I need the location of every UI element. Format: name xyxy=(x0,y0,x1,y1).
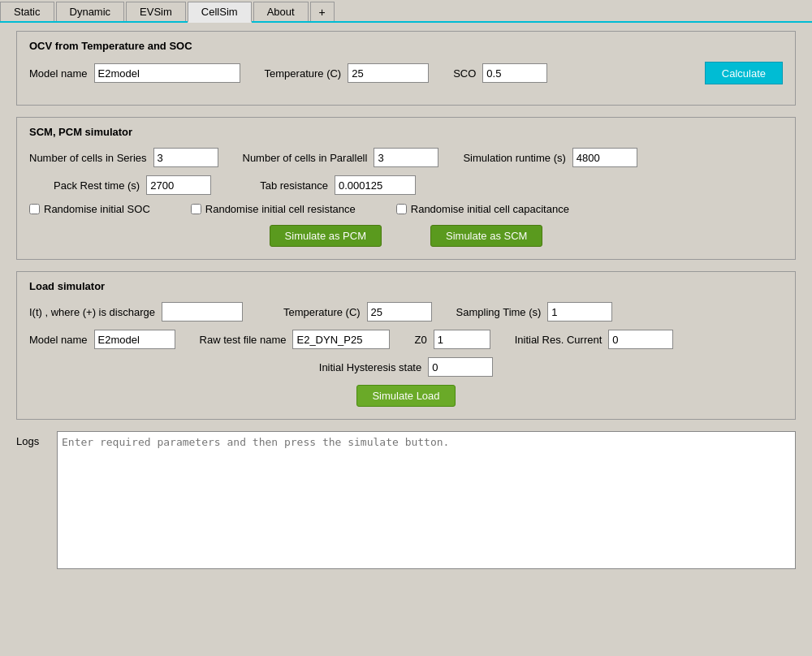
simulate-scm-button[interactable]: Simulate as SCM xyxy=(430,225,542,247)
scm-row2: Pack Rest time (s) Tab resistance xyxy=(29,175,783,195)
model-name-label: Model name xyxy=(29,67,88,80)
simulate-row: Simulate as PCM Simulate as SCM xyxy=(29,225,783,247)
load-model-label: Model name xyxy=(29,334,88,346)
initial-res-label: Initial Res. Current xyxy=(515,334,603,346)
current-input[interactable] xyxy=(162,302,243,322)
runtime-label: Simulation runtime (s) xyxy=(463,152,565,164)
sco-input[interactable] xyxy=(482,63,547,83)
raw-file-input[interactable] xyxy=(292,330,390,349)
initial-res-input[interactable] xyxy=(608,330,673,349)
randomise-capacitance-checkbox[interactable] xyxy=(396,204,407,214)
tab-resistance-input[interactable] xyxy=(335,175,416,195)
hysteresis-label: Initial Hysteresis state xyxy=(319,361,421,373)
rest-time-label: Pack Rest time (s) xyxy=(54,179,140,192)
model-name-input[interactable] xyxy=(94,63,240,83)
load-row3: Initial Hysteresis state xyxy=(29,357,783,377)
ocv-title: OCV from Temperature and SOC xyxy=(29,40,783,52)
main-content: OCV from Temperature and SOC Model name … xyxy=(0,23,812,656)
tab-evsim[interactable]: EVSim xyxy=(126,2,186,21)
logs-textarea[interactable] xyxy=(57,431,796,569)
ocv-form-row: Model name Temperature (C) SCO Calculate xyxy=(29,62,783,84)
tab-dynamic[interactable]: Dynamic xyxy=(56,2,125,21)
cells-parallel-input[interactable] xyxy=(374,148,438,167)
sampling-input[interactable] xyxy=(547,302,612,322)
runtime-input[interactable] xyxy=(572,148,637,167)
temperature-label: Temperature (C) xyxy=(265,67,342,80)
randomise-soc-checkbox[interactable] xyxy=(29,204,40,214)
randomise-soc-item: Randomise initial SOC xyxy=(29,203,150,215)
load-section: Load simulator I(t) , where (+) is disch… xyxy=(16,271,796,420)
randomise-resistance-label: Randomise initial cell resistance xyxy=(205,203,356,215)
tab-about[interactable]: About xyxy=(253,2,309,21)
load-model-input[interactable] xyxy=(94,330,175,349)
randomise-capacitance-label: Randomise initial cell capacitance xyxy=(411,203,569,215)
logs-label: Logs xyxy=(16,435,45,447)
randomise-resistance-item: Randomise initial cell resistance xyxy=(191,203,356,215)
tab-resistance-label: Tab resistance xyxy=(260,179,328,192)
randomise-capacitance-item: Randomise initial cell capacitance xyxy=(396,203,569,215)
z0-input[interactable] xyxy=(434,330,490,349)
cells-parallel-label: Number of cells in Parallell xyxy=(243,152,368,164)
cells-series-input[interactable] xyxy=(153,148,218,167)
randomise-soc-label: Randomise initial SOC xyxy=(44,203,150,215)
scm-row1: Number of cells in Series Number of cell… xyxy=(29,148,783,167)
cells-series-label: Number of cells in Series xyxy=(29,152,147,164)
load-row2: Model name Raw test file name Z0 Initial… xyxy=(29,330,783,349)
load-temperature-input[interactable] xyxy=(367,302,432,322)
tab-bar: Static Dynamic EVSim CellSim About + xyxy=(0,0,812,23)
ocv-section: OCV from Temperature and SOC Model name … xyxy=(16,31,796,106)
sampling-label: Sampling Time (s) xyxy=(456,306,542,318)
tab-add-button[interactable]: + xyxy=(310,2,335,21)
load-temperature-label: Temperature (C) xyxy=(283,306,361,318)
temperature-input[interactable] xyxy=(348,63,429,83)
randomise-resistance-checkbox[interactable] xyxy=(191,204,201,214)
calculate-button[interactable]: Calculate xyxy=(705,62,783,84)
checkbox-row: Randomise initial SOC Randomise initial … xyxy=(29,203,783,215)
scm-section: SCM, PCM simulator Number of cells in Se… xyxy=(16,117,796,260)
logs-section: Logs xyxy=(16,431,796,569)
simulate-pcm-button[interactable]: Simulate as PCM xyxy=(270,225,382,247)
simulate-load-row: Simulate Load xyxy=(29,385,783,407)
load-row1: I(t) , where (+) is discharge Temperatur… xyxy=(29,302,783,322)
load-title: Load simulator xyxy=(29,280,783,292)
simulate-load-button[interactable]: Simulate Load xyxy=(356,385,455,407)
z0-label: Z0 xyxy=(414,334,426,346)
current-label: I(t) , where (+) is discharge xyxy=(29,306,155,318)
tab-static[interactable]: Static xyxy=(0,2,54,21)
sco-label: SCO xyxy=(453,67,476,80)
raw-file-label: Raw test file name xyxy=(200,334,287,346)
tab-cellsim[interactable]: CellSim xyxy=(188,2,252,23)
hysteresis-input[interactable] xyxy=(428,357,493,377)
scm-title: SCM, PCM simulator xyxy=(29,126,783,138)
rest-time-input[interactable] xyxy=(146,175,211,195)
